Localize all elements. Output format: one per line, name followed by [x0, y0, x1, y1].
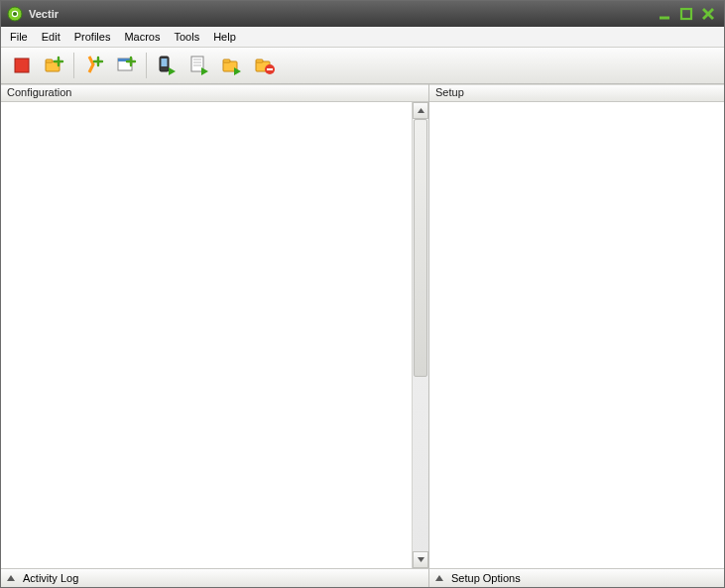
- toolbar-page-run-button[interactable]: [182, 50, 215, 82]
- svg-rect-7: [15, 59, 29, 72]
- app-window: Vectir File Edit Profiles Macros Tools H…: [0, 0, 725, 588]
- activity-log-bar[interactable]: Activity Log: [1, 568, 429, 587]
- scroll-thumb[interactable]: [414, 119, 427, 377]
- maximize-button[interactable]: [676, 6, 696, 22]
- scroll-up-button[interactable]: [413, 102, 428, 119]
- menu-tools[interactable]: Tools: [167, 29, 206, 45]
- minimize-button[interactable]: [655, 6, 674, 22]
- setup-tree[interactable]: [429, 102, 724, 568]
- toolbar-add-folder-button[interactable]: [38, 50, 70, 82]
- configuration-pane: Configuration: [1, 84, 429, 568]
- toolbar: [1, 48, 724, 84]
- setup-options-bar[interactable]: Setup Options: [429, 568, 724, 587]
- svg-rect-19: [223, 59, 230, 62]
- scroll-down-button[interactable]: [413, 551, 428, 568]
- content-area: Configuration Setup: [1, 84, 724, 568]
- bottom-bars: Activity Log Setup Options: [1, 568, 724, 587]
- menubar: File Edit Profiles Macros Tools Help: [1, 27, 724, 48]
- menu-edit[interactable]: Edit: [35, 29, 67, 45]
- setup-options-label: Setup Options: [451, 572, 521, 584]
- configuration-header: Configuration: [1, 84, 428, 102]
- toolbar-add-macro-button[interactable]: [77, 50, 110, 82]
- menu-macros[interactable]: Macros: [117, 29, 167, 45]
- activity-log-toggle-icon[interactable]: [3, 571, 19, 585]
- toolbar-record-button[interactable]: [5, 50, 38, 82]
- setup-options-toggle-icon[interactable]: [431, 571, 447, 585]
- toolbar-folder-run-button[interactable]: [215, 50, 248, 82]
- toolbar-folder-delete-button[interactable]: [248, 50, 281, 82]
- scrollbar[interactable]: [412, 102, 428, 568]
- svg-rect-21: [256, 59, 263, 62]
- scroll-track[interactable]: [413, 119, 428, 551]
- svg-point-2: [13, 12, 17, 16]
- configuration-tree[interactable]: [1, 102, 412, 568]
- titlebar: Vectir: [1, 1, 724, 27]
- app-title: Vectir: [29, 8, 59, 20]
- svg-rect-13: [161, 59, 167, 66]
- menu-file[interactable]: File: [3, 29, 35, 45]
- svg-rect-4: [681, 9, 691, 19]
- setup-header: Setup: [429, 84, 724, 102]
- app-icon: [7, 6, 23, 22]
- svg-rect-9: [46, 59, 53, 62]
- menu-help[interactable]: Help: [206, 29, 243, 45]
- toolbar-add-window-button[interactable]: [110, 50, 143, 82]
- setup-pane: Setup: [429, 84, 724, 568]
- close-button[interactable]: [698, 6, 718, 22]
- activity-log-label: Activity Log: [23, 572, 78, 584]
- menu-profiles[interactable]: Profiles: [67, 29, 118, 45]
- toolbar-device-run-button[interactable]: [150, 50, 182, 82]
